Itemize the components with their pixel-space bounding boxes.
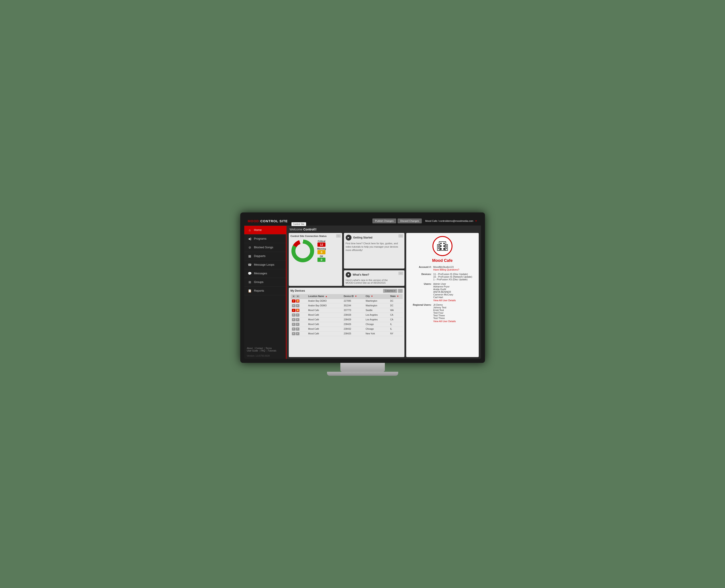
ok-badge: 0 [317, 258, 325, 262]
device-sort-arrow: ▼ [355, 295, 357, 297]
blocked-songs-icon: ⊘ [248, 246, 252, 249]
warning-badge: 0 [317, 250, 325, 254]
monitor-screen: MOOD:CONTROL SITE Publish Changes Discar… [240, 212, 485, 363]
account-label: Account #: [409, 266, 431, 271]
monitor-inner: MOOD:CONTROL SITE Publish Changes Discar… [244, 216, 481, 359]
sidebar-item-reports[interactable]: 📋 Reports [244, 287, 286, 295]
getting-started-title: Getting Started [353, 236, 372, 239]
col-location-header[interactable]: Location Name ▲ [307, 294, 342, 299]
svg-rect-7 [440, 245, 442, 247]
sidebar-item-message-loops[interactable]: ☎ Message Loops [244, 260, 286, 269]
whats-new-menu-button[interactable]: ··· [399, 272, 403, 275]
device-id: 238426 [342, 322, 364, 327]
monitor-stand [340, 363, 385, 372]
warning-label: Warning [317, 248, 326, 250]
wn-header: ✱ What's New? [346, 272, 403, 277]
svg-point-3 [295, 244, 310, 258]
device-city: Los Angeles [364, 313, 389, 317]
getting-started-menu-button[interactable]: ··· [399, 234, 403, 237]
terms-link[interactable]: Terms [265, 347, 272, 350]
logo-mood: MOOD [248, 219, 259, 223]
main-layout: ⌂ Home ◀) Programs ⊘ Blocked Songs [244, 226, 481, 359]
device-id: 238432 [342, 327, 364, 331]
table-row[interactable]: ✕✕Mood Café238426ChicagoIL [291, 322, 403, 327]
sidebar-version: Version: 1.0.5793.5639 [244, 354, 286, 359]
devices-header: My Devices Columns ▾ ··· [291, 289, 403, 293]
connection-status-widget: Control Site Connection Status ··· [289, 233, 342, 286]
devices-line-2: 1 - ProFusion XS (Disc Update) [433, 278, 468, 281]
svg-rect-12 [445, 245, 448, 251]
content-area: Control Site Welcome Control!! [286, 226, 481, 359]
user-2: Anida Gurlit [433, 288, 446, 291]
play-icon[interactable]: ▶ [346, 235, 351, 240]
sidebar-item-home[interactable]: ⌂ Home [244, 226, 286, 234]
discard-changes-button[interactable]: Discard Changes [398, 218, 422, 223]
sidebar-nav: ⌂ Home ◀) Programs ⊘ Blocked Songs [244, 226, 286, 345]
device-state: CA [389, 313, 403, 317]
col-icons-header: ▼ ▼ [291, 294, 307, 299]
faq-link[interactable]: FAQ [261, 350, 265, 352]
sidebar-item-programs[interactable]: ◀) Programs [244, 234, 286, 243]
regional-2: Kristi Test [433, 309, 444, 312]
logo-rest: CONTROL SITE [260, 219, 287, 223]
device-id: 238429 [342, 317, 364, 322]
table-row[interactable]: ✕✕Mood Café238425New YorkNY [291, 331, 403, 336]
sidebar-item-blocked-songs[interactable]: ⊘ Blocked Songs [244, 243, 286, 252]
city-sort-arrow: ▼ [371, 295, 373, 297]
regional-0: Jil Demo [433, 303, 443, 306]
table-row[interactable]: ✕✕Mood Café238432ChicagoIL [291, 327, 403, 331]
sidebar-item-groups[interactable]: ⊞ Groups [244, 278, 286, 287]
user-guide-link[interactable]: User Guide [247, 350, 258, 352]
about-link[interactable]: About [247, 347, 253, 350]
user-dropdown-arrow[interactable]: ▼ [475, 219, 477, 222]
brand-name: Mood Cafe [432, 258, 453, 263]
critical-label: Critical [318, 240, 325, 243]
welcome-name: Control!! [303, 228, 316, 231]
col-state-header[interactable]: State ▼ [389, 294, 403, 299]
svg-rect-8 [443, 245, 445, 247]
devices-table-body: ⚡📶Avalon Bay DEMO227095WashingtonDC✕✕Ava… [291, 298, 403, 336]
brand-info-table: Account #: MoodMyStudio123 Have Billing … [409, 266, 476, 324]
device-icon-1: 📶 [296, 299, 299, 302]
device-state: IL [389, 327, 403, 331]
sidebar-item-messages[interactable]: 💬 Messages [244, 269, 286, 278]
device-icon-0: ✕ [292, 304, 295, 307]
devices-table-scroll[interactable]: ▼ ▼ Location Name ▲ [291, 294, 403, 356]
connection-status-menu-button[interactable]: ··· [336, 234, 341, 237]
users-row: Users: Admin User Adrianne Pryor Anida G… [409, 282, 476, 302]
device-icon-1: ✕ [296, 313, 299, 317]
device-id: 352244 [342, 303, 364, 308]
device-icon-1: ✕ [296, 318, 299, 321]
device-icon-1: 📶 [296, 309, 299, 312]
devices-menu-button[interactable]: ··· [398, 289, 402, 293]
view-all-users-link[interactable]: View All User Details [433, 299, 476, 302]
connection-status-title: Control Site Connection Status [291, 235, 340, 237]
whats-new-title: What's New? [353, 273, 369, 276]
col-city-header[interactable]: City ▼ [364, 294, 389, 299]
star-icon[interactable]: ✱ [346, 272, 351, 277]
device-id: 238425 [342, 331, 364, 336]
table-row[interactable]: ✕✕Mood Café238428Los AngelesCA [291, 313, 403, 317]
device-city: Washington [364, 303, 389, 308]
device-icons-cell: ⚡📶 [291, 308, 307, 313]
table-row[interactable]: ✕✕Mood Café238429Los AngelesCA [291, 317, 403, 322]
columns-button[interactable]: Columns ▾ [383, 289, 397, 293]
status-legend: Critical 12 Warning 0 [317, 240, 326, 262]
user-3: ANITA BENNER [433, 291, 451, 293]
regional-4: Test Three [433, 314, 445, 317]
table-row[interactable]: ⚡📶Avalon Bay DEMO227095WashingtonDC [291, 298, 403, 303]
app: MOOD:CONTROL SITE Publish Changes Discar… [244, 216, 481, 359]
devices-label: Devices: [409, 273, 431, 281]
regional-1: Johnny Test [433, 306, 446, 309]
sidebar-item-dayparts[interactable]: ▦ Dayparts [244, 252, 286, 260]
view-all-regional-link[interactable]: View All User Details [433, 320, 476, 322]
table-row[interactable]: ⚡📶Mood Cafe337773SeattleWA [291, 308, 403, 313]
contact-link[interactable]: Contact [255, 347, 263, 350]
table-row[interactable]: ✕✕Avalon Bay DEMO352244WashingtonDC [291, 303, 403, 308]
svg-rect-5 [440, 243, 442, 244]
tutorials-link[interactable]: Tutorials [268, 350, 276, 352]
publish-changes-button[interactable]: Publish Changes [372, 218, 396, 223]
user-1: Adrianne Pryor [433, 285, 450, 288]
col-device-header[interactable]: Device ID ▼ [342, 294, 364, 299]
billing-link[interactable]: Have Billing Questions? [433, 268, 476, 271]
